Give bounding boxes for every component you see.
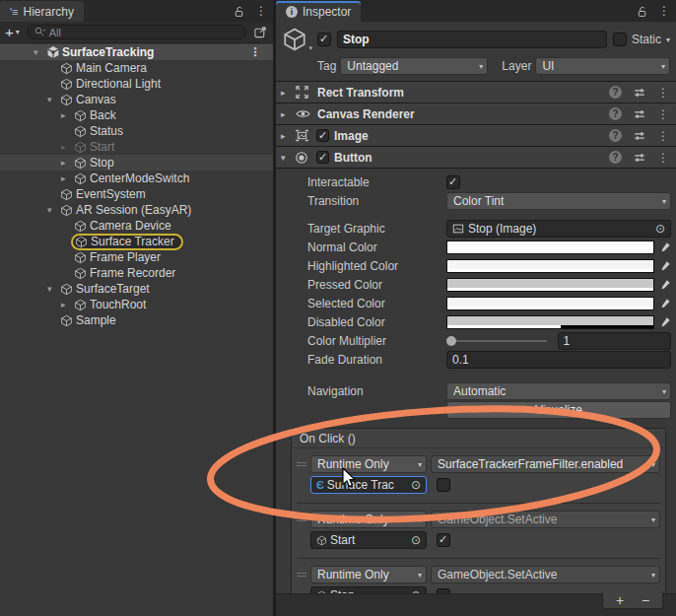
component-menu-icon[interactable]: ⋮ — [657, 86, 669, 100]
object-picker-icon[interactable]: ⊙ — [408, 479, 421, 491]
hierarchy-row-disabled[interactable]: ▸ Start — [0, 139, 273, 155]
navigation-dropdown[interactable]: Automatic ▾ — [446, 382, 671, 400]
eyedropper-icon[interactable] — [659, 260, 671, 272]
hierarchy-row[interactable]: Camera Device — [0, 218, 273, 234]
help-icon[interactable]: ? — [609, 86, 622, 99]
chevron-collapsed-icon[interactable]: ▸ — [281, 88, 295, 98]
hierarchy-row-selected[interactable]: ▸ Stop — [0, 155, 273, 171]
chevron-expanded-icon[interactable]: ▾ — [47, 95, 60, 104]
component-image[interactable]: ▸ Image ? ⋮ — [276, 124, 676, 146]
scene-menu-icon[interactable]: ⋮ — [249, 45, 261, 59]
eyedropper-icon[interactable] — [659, 316, 671, 328]
hierarchy-search-input[interactable]: All — [27, 25, 246, 39]
event-mode-dropdown[interactable]: Runtime Only ▾ — [310, 511, 427, 528]
chevron-collapsed-icon[interactable]: ▸ — [61, 142, 74, 152]
chevron-collapsed-icon[interactable]: ▸ — [281, 109, 295, 119]
selected-color-swatch[interactable] — [446, 297, 654, 310]
eyedropper-icon[interactable] — [659, 279, 671, 291]
event-arg-checkbox[interactable] — [437, 533, 450, 547]
event-target-field[interactable]: Start ⊙ — [310, 531, 427, 549]
hierarchy-menu-icon[interactable]: ⋮ — [255, 4, 267, 18]
hierarchy-row[interactable]: Frame Player — [0, 249, 273, 265]
eyedropper-icon[interactable] — [659, 298, 671, 309]
hierarchy-row[interactable]: Main Camera — [0, 60, 273, 76]
chevron-collapsed-icon[interactable]: ▸ — [281, 131, 295, 141]
presets-icon[interactable] — [633, 151, 646, 165]
help-icon[interactable]: ? — [609, 107, 622, 120]
event-target-field-focused[interactable]: Є Surface Trac ⊙ — [310, 476, 427, 494]
highlighted-color-swatch[interactable] — [446, 259, 654, 273]
hierarchy-row[interactable]: ▸ Back — [0, 107, 273, 123]
drag-handle-icon[interactable] — [297, 462, 310, 466]
gameobject-icon[interactable]: ▾ — [282, 27, 311, 52]
transition-dropdown[interactable]: Color Tint ▾ — [446, 192, 671, 210]
color-multiplier-slider[interactable] — [446, 334, 549, 348]
event-arg-checkbox[interactable] — [437, 478, 450, 492]
component-menu-icon[interactable]: ⋮ — [657, 129, 669, 143]
target-graphic-field[interactable]: Stop (Image) ⊙ — [446, 220, 671, 238]
component-canvas-renderer[interactable]: ▸ Canvas Renderer ? ⋮ — [276, 103, 676, 124]
tab-hierarchy[interactable]: '≡ Hierarchy — [0, 1, 84, 22]
pressed-color-swatch[interactable] — [446, 278, 654, 292]
chevron-expanded-icon[interactable]: ▾ — [47, 205, 60, 215]
disabled-color-swatch[interactable] — [446, 315, 654, 329]
hierarchy-row[interactable]: ▸ TouchRoot — [0, 297, 273, 312]
hierarchy-row[interactable]: Frame Recorder — [0, 265, 273, 281]
hierarchy-row[interactable]: EventSystem — [0, 186, 273, 202]
name-field[interactable]: Stop — [337, 31, 607, 48]
chevron-expanded-icon[interactable]: ▾ — [34, 47, 46, 57]
object-picker-icon[interactable]: ⊙ — [652, 223, 665, 235]
add-event-button[interactable]: + — [609, 592, 631, 608]
eyedropper-icon[interactable] — [659, 241, 671, 253]
chevron-collapsed-icon[interactable]: ▸ — [61, 173, 74, 183]
help-icon[interactable]: ? — [609, 129, 622, 142]
hierarchy-row[interactable]: Status — [0, 123, 273, 139]
component-menu-icon[interactable]: ⋮ — [657, 151, 669, 165]
hierarchy-row[interactable]: Directional Light — [0, 76, 273, 92]
help-icon[interactable]: ? — [609, 151, 622, 164]
presets-icon[interactable] — [633, 86, 646, 100]
layer-dropdown[interactable]: UI ▾ — [535, 57, 670, 75]
slider-handle[interactable] — [446, 336, 456, 346]
interactable-checkbox[interactable] — [446, 175, 460, 189]
chevron-collapsed-icon[interactable]: ▸ — [61, 110, 74, 120]
hierarchy-row[interactable]: ▾ SurfaceTarget — [0, 281, 273, 297]
event-mode-dropdown[interactable]: Runtime Only ▾ — [310, 566, 427, 583]
event-function-dropdown[interactable]: GameObject.SetActive ▾ — [431, 511, 660, 528]
hierarchy-row[interactable]: ▾ Canvas — [0, 92, 273, 107]
static-checkbox[interactable] — [613, 33, 627, 46]
image-enabled-checkbox[interactable] — [316, 129, 329, 142]
color-multiplier-field[interactable]: 1 — [558, 332, 672, 350]
lock-open-icon[interactable] — [233, 5, 245, 18]
event-function-dropdown[interactable]: SurfaceTrackerFrameFilter.enabled ▾ — [431, 455, 660, 473]
hierarchy-row[interactable]: Sample — [0, 312, 273, 328]
create-button[interactable]: + ▾ — [5, 25, 20, 39]
event-mode-dropdown[interactable]: Runtime Only ▾ — [310, 455, 427, 473]
inspector-menu-icon[interactable]: ⋮ — [658, 4, 670, 18]
chevron-collapsed-icon[interactable]: ▸ — [61, 158, 74, 168]
remove-event-button[interactable]: − — [635, 592, 656, 608]
visualize-button[interactable]: Visualize — [446, 401, 671, 419]
hierarchy-row[interactable]: ▸ CenterModeSwitch — [0, 171, 273, 186]
component-button[interactable]: ▾ Button ? ⋮ — [276, 146, 676, 168]
component-menu-icon[interactable]: ⋮ — [657, 107, 669, 121]
chevron-expanded-icon[interactable]: ▾ — [281, 153, 295, 163]
hierarchy-row[interactable]: ▾ AR Session (EasyAR) — [0, 202, 273, 218]
object-picker-icon[interactable]: ⊙ — [408, 534, 421, 546]
lock-open-icon[interactable] — [636, 5, 648, 18]
chevron-collapsed-icon[interactable]: ▸ — [61, 300, 74, 309]
open-search-window-icon[interactable] — [253, 25, 268, 39]
static-dropdown-icon[interactable]: ▾ — [666, 35, 670, 44]
button-enabled-checkbox[interactable] — [316, 151, 329, 164]
event-function-dropdown[interactable]: GameObject.SetActive ▾ — [431, 566, 660, 583]
presets-icon[interactable] — [633, 107, 646, 121]
fade-duration-field[interactable]: 0.1 — [446, 351, 671, 369]
drag-handle-icon[interactable] — [297, 573, 310, 577]
tab-inspector[interactable]: i Inspector — [276, 1, 361, 22]
component-rect-transform[interactable]: ▸ Rect Transform ? ⋮ — [276, 81, 676, 103]
presets-icon[interactable] — [633, 129, 646, 143]
normal-color-swatch[interactable] — [446, 240, 654, 254]
drag-handle-icon[interactable] — [297, 517, 310, 521]
active-checkbox[interactable] — [317, 33, 331, 46]
tag-dropdown[interactable]: Untagged ▾ — [340, 57, 488, 75]
